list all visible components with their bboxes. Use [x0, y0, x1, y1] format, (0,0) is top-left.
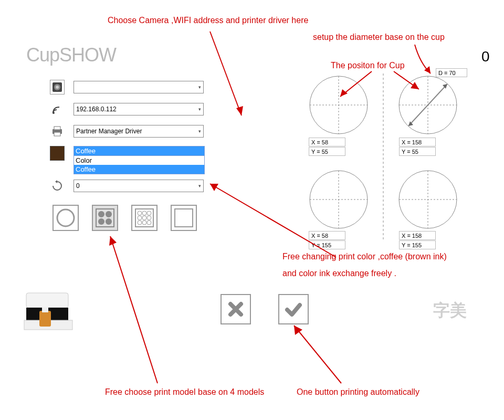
svg-point-17	[147, 211, 151, 215]
watermark: 字美	[433, 299, 467, 322]
svg-point-10	[98, 211, 104, 217]
svg-marker-7	[55, 180, 57, 183]
ink-selected: Coffee	[74, 146, 204, 155]
close-icon	[226, 300, 245, 319]
wifi-icon	[50, 102, 65, 117]
svg-rect-6	[54, 132, 60, 136]
svg-marker-50	[411, 82, 419, 89]
cup1-x[interactable]: X = 58	[309, 138, 345, 146]
printer-select[interactable]: Partner Manager Driver ▾	[74, 125, 204, 138]
annotation-camera-wifi: Choose Camera ,WIFI address and printer …	[108, 16, 308, 25]
ink-color-swatch	[50, 146, 65, 161]
rotate-icon	[50, 178, 65, 193]
arrow-one-button	[284, 320, 357, 388]
svg-point-3	[52, 112, 55, 114]
svg-point-23	[147, 220, 151, 225]
arrow-color-change	[205, 178, 341, 262]
svg-marker-47	[236, 106, 243, 116]
cup1-y[interactable]: Y = 55	[309, 147, 345, 156]
cancel-button[interactable]	[220, 294, 251, 324]
ink-option-color[interactable]: Color	[74, 156, 204, 165]
ink-select-open[interactable]: Coffee Color Coffee	[74, 146, 205, 174]
svg-rect-9	[96, 209, 114, 227]
annotation-diameter: setup the diameter base on the cup	[313, 33, 445, 42]
mode-nine-cups[interactable]	[131, 205, 158, 231]
svg-point-11	[106, 211, 112, 217]
printer-illustration	[21, 284, 76, 341]
svg-point-15	[138, 211, 142, 215]
annotation-models: Free choose print model base on 4 models	[105, 387, 264, 397]
svg-point-2	[56, 86, 59, 89]
wifi-value: 192.168.0.112	[76, 106, 117, 113]
svg-point-22	[142, 220, 146, 225]
rotation-input[interactable]: 0 ▾	[74, 180, 204, 192]
printer-value: Partner Manager Driver	[76, 128, 142, 135]
annotation-color-change-2: and color ink exchange freely .	[282, 269, 396, 278]
arrow-camera-wifi	[158, 26, 262, 121]
arrow-position-2	[378, 68, 441, 100]
svg-point-18	[138, 216, 142, 220]
svg-rect-42	[26, 293, 68, 308]
cup2-x[interactable]: X = 158	[399, 138, 436, 146]
cup2-y[interactable]: Y = 55	[399, 147, 436, 156]
svg-rect-45	[39, 311, 51, 327]
camera-icon	[50, 80, 65, 94]
chevron-down-icon: ▾	[198, 129, 201, 134]
mode-blank[interactable]	[171, 205, 197, 231]
ink-option-coffee[interactable]: Coffee	[74, 165, 204, 174]
cup4-y[interactable]: Y = 155	[399, 240, 436, 249]
svg-point-12	[98, 218, 104, 225]
chevron-down-icon: ▾	[198, 183, 201, 188]
rotation-value: 0	[76, 182, 80, 190]
svg-rect-5	[54, 127, 60, 130]
app-title: CupSHOW	[26, 44, 116, 66]
svg-point-19	[142, 216, 146, 220]
check-icon	[284, 300, 303, 319]
svg-rect-46	[42, 307, 48, 312]
svg-point-20	[147, 216, 151, 220]
svg-marker-49	[340, 89, 348, 97]
mode-four-cups[interactable]	[92, 205, 118, 231]
arrow-models	[100, 231, 173, 388]
svg-point-21	[138, 220, 142, 225]
mode-single-cup[interactable]	[52, 205, 79, 231]
svg-rect-24	[175, 209, 193, 227]
cup4-x[interactable]: X = 158	[399, 231, 436, 240]
status-zero: 0	[481, 48, 490, 65]
printer-icon	[50, 124, 65, 139]
svg-point-13	[106, 218, 112, 225]
svg-point-16	[142, 211, 146, 215]
svg-point-8	[57, 209, 74, 226]
annotation-one-button: One button printing automatically	[297, 387, 419, 397]
